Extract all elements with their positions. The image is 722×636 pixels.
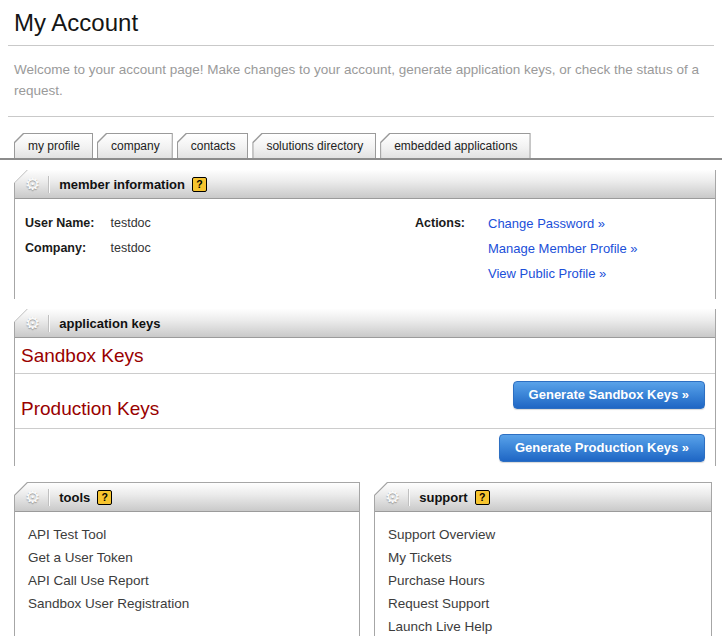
divider bbox=[408, 489, 410, 506]
tools-list: API Test Tool Get a User Token API Call … bbox=[15, 512, 359, 615]
welcome-text: Welcome to your account page! Make chang… bbox=[14, 59, 714, 101]
tab-embedded-applications[interactable]: embedded applications bbox=[380, 133, 530, 158]
gear-icon: ⚙ bbox=[25, 489, 40, 506]
page-title: My Account bbox=[14, 9, 716, 37]
tools-item-api-test-tool[interactable]: API Test Tool bbox=[28, 523, 106, 546]
divider bbox=[48, 176, 50, 193]
support-item-my-tickets[interactable]: My Tickets bbox=[388, 546, 452, 569]
sandbox-button-row: Generate Sandbox Keys » Production Keys bbox=[15, 374, 715, 429]
my-account-page: My Account Welcome to your account page!… bbox=[0, 9, 722, 636]
panel-title: support bbox=[419, 490, 467, 505]
divider bbox=[48, 489, 50, 506]
action-links: Change Password » Manage Member Profile … bbox=[488, 216, 638, 281]
tab-my-profile[interactable]: my profile bbox=[14, 133, 93, 158]
sandbox-keys-heading: Sandbox Keys bbox=[21, 345, 144, 366]
tab-solutions-directory[interactable]: solutions directory bbox=[252, 133, 376, 158]
member-information-header: ⚙ member information ? bbox=[15, 170, 715, 199]
member-information-panel: ⚙ member information ? User Name: testdo… bbox=[14, 170, 716, 299]
member-actions: Actions: Change Password » Manage Member… bbox=[415, 216, 638, 281]
support-header: ⚙ support ? bbox=[375, 483, 711, 512]
field-row-company: Company: testdoc bbox=[25, 241, 415, 256]
divider bbox=[48, 315, 50, 332]
tab-company[interactable]: company bbox=[97, 133, 173, 158]
actions-label: Actions: bbox=[415, 216, 488, 281]
application-keys-panel: ⚙ application keys Sandbox Keys Generate… bbox=[14, 309, 716, 466]
view-public-profile-link[interactable]: View Public Profile » bbox=[488, 266, 638, 281]
panel-title: application keys bbox=[59, 316, 160, 331]
divider bbox=[8, 116, 714, 117]
manage-member-profile-link[interactable]: Manage Member Profile » bbox=[488, 241, 638, 256]
tools-item-api-call-use-report[interactable]: API Call Use Report bbox=[28, 569, 149, 592]
support-panel: ⚙ support ? Support Overview My Tickets … bbox=[374, 482, 712, 636]
application-keys-header: ⚙ application keys bbox=[15, 309, 715, 338]
panel-title: tools bbox=[59, 490, 90, 505]
tab-contacts[interactable]: contacts bbox=[177, 133, 249, 158]
tab-label: solutions directory bbox=[253, 134, 375, 158]
field-row-username: User Name: testdoc bbox=[25, 216, 415, 231]
gear-icon: ⚙ bbox=[385, 489, 400, 506]
tab-bar: my profile company contacts solutions di… bbox=[0, 133, 722, 160]
support-item-support-overview[interactable]: Support Overview bbox=[388, 523, 495, 546]
tools-item-get-a-user-token[interactable]: Get a User Token bbox=[28, 546, 133, 569]
tab-label: my profile bbox=[15, 134, 92, 158]
member-fields: User Name: testdoc Company: testdoc bbox=[25, 216, 415, 281]
panel-title: member information bbox=[59, 177, 185, 192]
help-icon[interactable]: ? bbox=[192, 177, 207, 192]
tools-header: ⚙ tools ? bbox=[15, 483, 359, 512]
generate-sandbox-keys-button[interactable]: Generate Sandbox Keys » bbox=[513, 381, 705, 409]
tab-label: company bbox=[98, 134, 172, 158]
username-label: User Name: bbox=[25, 216, 107, 231]
sandbox-keys-row: Sandbox Keys bbox=[15, 338, 715, 374]
tab-label: contacts bbox=[178, 134, 248, 158]
production-button-row: Generate Production Keys » bbox=[15, 429, 715, 466]
divider bbox=[8, 45, 714, 46]
bottom-columns: ⚙ tools ? API Test Tool Get a User Token… bbox=[14, 482, 722, 636]
company-value: testdoc bbox=[110, 241, 150, 255]
change-password-link[interactable]: Change Password » bbox=[488, 216, 638, 231]
help-icon[interactable]: ? bbox=[97, 490, 112, 505]
help-icon[interactable]: ? bbox=[475, 490, 490, 505]
support-list: Support Overview My Tickets Purchase Hou… bbox=[375, 512, 711, 636]
gear-icon: ⚙ bbox=[25, 315, 40, 332]
gear-icon: ⚙ bbox=[25, 176, 40, 193]
tools-panel: ⚙ tools ? API Test Tool Get a User Token… bbox=[14, 482, 360, 636]
support-item-request-support[interactable]: Request Support bbox=[388, 592, 489, 615]
generate-production-keys-button[interactable]: Generate Production Keys » bbox=[499, 434, 705, 462]
tab-label: embedded applications bbox=[381, 134, 529, 158]
support-item-purchase-hours[interactable]: Purchase Hours bbox=[388, 569, 485, 592]
tools-item-sandbox-user-registration[interactable]: Sandbox User Registration bbox=[28, 592, 189, 615]
support-item-launch-live-help[interactable]: Launch Live Help bbox=[388, 615, 492, 636]
member-information-body: User Name: testdoc Company: testdoc Acti… bbox=[15, 199, 715, 299]
username-value: testdoc bbox=[110, 216, 150, 230]
company-label: Company: bbox=[25, 241, 107, 256]
